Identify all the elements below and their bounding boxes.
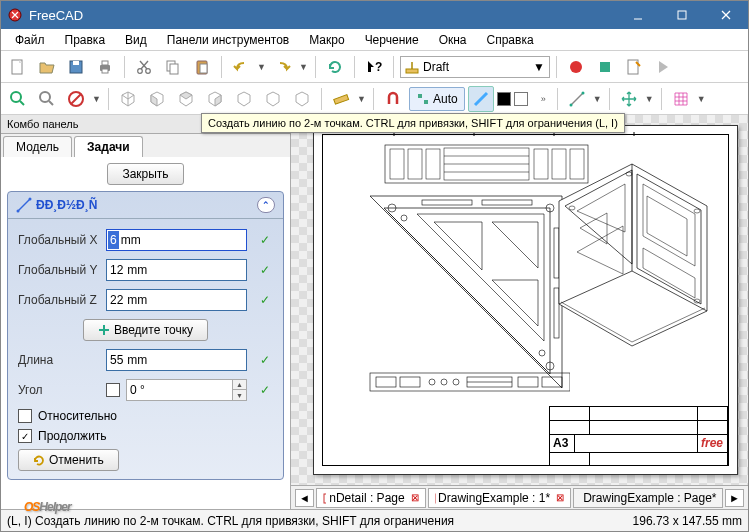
view-top-button[interactable] xyxy=(173,86,199,112)
print-button[interactable] xyxy=(92,54,118,80)
global-z-input[interactable]: 22mm xyxy=(106,289,247,311)
titlebar: FreeCAD xyxy=(1,1,748,29)
drawing-canvas[interactable]: A3free ◄ nDetail : Page⊠ DrawingExample … xyxy=(291,115,748,509)
relative-checkbox[interactable] xyxy=(18,409,32,423)
view-right-button[interactable] xyxy=(202,86,228,112)
view-left-button[interactable] xyxy=(289,86,315,112)
macros-button[interactable] xyxy=(621,54,647,80)
toolbar-overflow[interactable]: » xyxy=(541,94,551,104)
menu-edit[interactable]: Правка xyxy=(55,31,116,49)
menu-view[interactable]: Вид xyxy=(115,31,157,49)
copy-button[interactable] xyxy=(160,54,186,80)
continue-checkbox[interactable]: ✓ xyxy=(18,429,32,443)
menu-drawing[interactable]: Черчение xyxy=(355,31,429,49)
menu-help[interactable]: Справка xyxy=(477,31,544,49)
tab-scroll-left[interactable]: ◄ xyxy=(295,489,314,507)
tab-model[interactable]: Модель xyxy=(3,136,72,157)
close-tab-icon[interactable]: ⊠ xyxy=(723,492,724,503)
document-tabs: ◄ nDetail : Page⊠ DrawingExample : 1*⊠ D… xyxy=(291,485,748,509)
record-macro-button[interactable] xyxy=(563,54,589,80)
svg-rect-10 xyxy=(102,69,108,73)
workbench-selector[interactable]: Draft ▼ xyxy=(400,56,550,78)
view-iso-button[interactable] xyxy=(115,86,141,112)
new-button[interactable] xyxy=(5,54,31,80)
angle-input[interactable]: 0 ° ▲▼ xyxy=(126,379,247,401)
svg-line-29 xyxy=(49,101,53,105)
global-y-input[interactable]: 12mm xyxy=(106,259,247,281)
svg-point-22 xyxy=(570,61,582,73)
svg-rect-23 xyxy=(600,62,610,72)
auto-group-label: Auto xyxy=(433,92,458,106)
view-rear-button[interactable] xyxy=(231,86,257,112)
color-black-swatch[interactable] xyxy=(497,92,511,106)
grid-button[interactable] xyxy=(668,86,694,112)
refresh-button[interactable] xyxy=(322,54,348,80)
redo-button[interactable] xyxy=(270,54,296,80)
check-icon: ✓ xyxy=(257,233,273,247)
whatsthis-button[interactable]: ? xyxy=(361,54,387,80)
check-icon: ✓ xyxy=(257,353,273,367)
close-task-button[interactable]: Закрыть xyxy=(107,163,183,185)
svg-line-35 xyxy=(571,93,583,105)
svg-line-14 xyxy=(140,61,147,69)
svg-point-69 xyxy=(429,379,435,385)
save-button[interactable] xyxy=(63,54,89,80)
svg-rect-20 xyxy=(406,69,418,73)
snap-button[interactable] xyxy=(380,86,406,112)
view-bottom-button[interactable] xyxy=(260,86,286,112)
draw-style-dropdown[interactable]: ▼ xyxy=(92,94,102,104)
check-icon: ✓ xyxy=(257,263,273,277)
tab-tasks[interactable]: Задачи xyxy=(74,136,143,157)
undo-button[interactable] xyxy=(228,54,254,80)
combo-tabs: Модель Задачи xyxy=(1,134,290,157)
undo-dropdown[interactable]: ▼ xyxy=(257,62,267,72)
menu-windows[interactable]: Окна xyxy=(429,31,477,49)
angle-spinner[interactable]: ▲▼ xyxy=(232,380,246,400)
maximize-button[interactable] xyxy=(660,1,704,29)
task-card-header[interactable]: ÐÐ¸Ð½Ð¸Ñ ⌃ xyxy=(8,192,283,219)
measure-button[interactable] xyxy=(328,86,354,112)
auto-group-button[interactable]: Auto xyxy=(409,87,465,111)
svg-rect-18 xyxy=(200,64,207,73)
open-button[interactable] xyxy=(34,54,60,80)
angle-checkbox[interactable] xyxy=(106,383,120,397)
close-button[interactable] xyxy=(704,1,748,29)
view-front-button[interactable] xyxy=(144,86,170,112)
doc-tab-3[interactable]: DrawingExample : Page*⊠ xyxy=(573,488,723,508)
collapse-icon[interactable]: ⌃ xyxy=(257,197,275,213)
svg-rect-9 xyxy=(102,61,108,65)
length-input[interactable]: 55mm xyxy=(106,349,247,371)
continue-label: Продолжить xyxy=(38,429,107,443)
cancel-button[interactable]: Отменить xyxy=(18,449,119,471)
line-button[interactable] xyxy=(564,86,590,112)
global-x-input[interactable]: 6 mm xyxy=(106,229,247,251)
close-tab-icon[interactable]: ⊠ xyxy=(556,492,564,503)
length-label: Длина xyxy=(18,353,100,367)
zoom-all-button[interactable] xyxy=(34,86,60,112)
redo-dropdown[interactable]: ▼ xyxy=(299,62,309,72)
menubar: Файл Правка Вид Панели инструментов Макр… xyxy=(1,29,748,51)
construction-mode-button[interactable] xyxy=(468,86,494,112)
svg-point-36 xyxy=(569,103,572,106)
doc-tab-2[interactable]: DrawingExample : 1*⊠ xyxy=(428,488,571,508)
enter-point-button[interactable]: Введите точку xyxy=(83,319,208,341)
close-tab-icon[interactable]: ⊠ xyxy=(411,492,419,503)
move-button[interactable] xyxy=(616,86,642,112)
menu-toolbars[interactable]: Панели инструментов xyxy=(157,31,299,49)
menu-file[interactable]: Файл xyxy=(5,31,55,49)
paste-button[interactable] xyxy=(189,54,215,80)
stop-macro-button[interactable] xyxy=(592,54,618,80)
doc-tab-1[interactable]: nDetail : Page⊠ xyxy=(316,488,426,508)
toolbar-view: ▼ ▼ Auto » ▼ ▼ ▼ Создать линию по 2-м то… xyxy=(1,83,748,115)
tab-scroll-right[interactable]: ► xyxy=(725,489,744,507)
cut-button[interactable] xyxy=(131,54,157,80)
global-y-label: Глобальный Y xyxy=(18,263,100,277)
svg-rect-74 xyxy=(518,377,538,387)
zoom-fit-button[interactable] xyxy=(5,86,31,112)
draw-style-button[interactable] xyxy=(63,86,89,112)
minimize-button[interactable] xyxy=(616,1,660,29)
app-title: FreeCAD xyxy=(29,8,616,23)
color-white-swatch[interactable] xyxy=(514,92,528,106)
menu-macro[interactable]: Макро xyxy=(299,31,354,49)
run-macro-button[interactable] xyxy=(650,54,676,80)
